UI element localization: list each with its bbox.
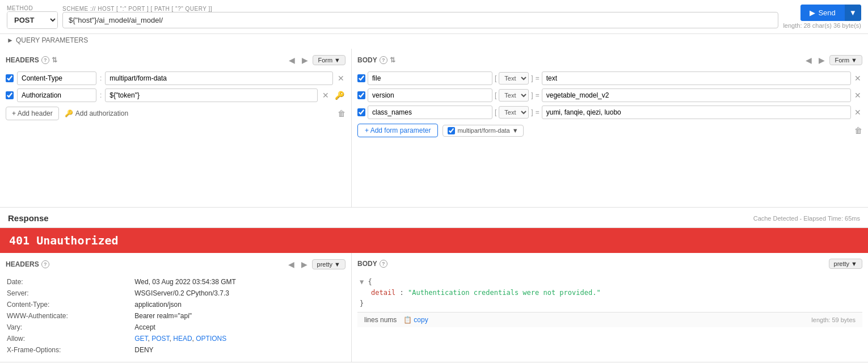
response-body-info-icon[interactable]: ? xyxy=(380,260,387,268)
copy-link-button[interactable]: 📋 copy xyxy=(403,316,428,324)
resp-headers-format-badge[interactable]: pretty ▼ xyxy=(312,259,345,269)
query-params-section: ► QUERY PARAMETERS xyxy=(0,34,868,49)
resp-header-row-allow: Allow: GET, POST, HEAD, OPTIONS xyxy=(7,334,344,344)
resp-headers-next-arrow[interactable]: ▶ xyxy=(299,259,310,270)
query-params-label: QUERY PARAMETERS xyxy=(16,36,88,44)
header-1-checkbox[interactable] xyxy=(6,91,14,99)
header-1-key[interactable] xyxy=(17,88,96,102)
header-1-key-button[interactable]: 🔑 xyxy=(334,90,345,101)
body-format-badge[interactable]: Form ▼ xyxy=(829,55,862,65)
method-select-group[interactable]: POST GET PUT PATCH DELETE xyxy=(7,11,58,29)
body-2-delete-button[interactable]: ✕ xyxy=(853,107,862,118)
body-1-delete-button[interactable]: ✕ xyxy=(853,90,862,101)
header-0-checkbox[interactable] xyxy=(6,74,14,82)
body-2-type-select[interactable]: TextFile xyxy=(499,106,529,119)
body-clear-button[interactable]: 🗑 xyxy=(854,126,862,135)
response-body-title: BODY ? xyxy=(357,260,387,268)
headers-prev-arrow[interactable]: ◀ xyxy=(286,54,297,66)
send-label: Send xyxy=(818,9,835,17)
allow-head[interactable]: HEAD xyxy=(173,335,192,343)
json-colon: : xyxy=(400,289,408,297)
headers-sort-icon[interactable]: ⇅ xyxy=(52,56,57,64)
url-wrapper: SCHEME :// HOST [ ":" PORT ] [ PATH [ "?… xyxy=(62,6,778,28)
lines-nums-button[interactable]: lines nums xyxy=(364,316,397,324)
body-0-delete-button[interactable]: ✕ xyxy=(853,73,862,84)
headers-title: HEADERS ? ⇅ xyxy=(6,56,57,64)
body-prev-arrow[interactable]: ◀ xyxy=(803,54,814,66)
header-1-value[interactable] xyxy=(105,88,318,102)
allow-options[interactable]: OPTIONS xyxy=(196,335,226,343)
body-label: BODY xyxy=(357,56,377,64)
body-0-equals: = xyxy=(536,74,540,82)
method-select[interactable]: POST GET PUT PATCH DELETE xyxy=(7,12,57,28)
resp-header-key-x-frame: X-Frame-Options: xyxy=(7,345,133,355)
header-0-key[interactable] xyxy=(17,71,96,85)
body-0-key[interactable] xyxy=(368,71,492,85)
allow-get[interactable]: GET xyxy=(134,335,148,343)
headers-info-icon[interactable]: ? xyxy=(41,56,49,64)
body-0-type-select[interactable]: TextFile xyxy=(499,72,529,85)
body-2-key[interactable] xyxy=(368,105,492,119)
allow-post[interactable]: POST xyxy=(151,335,169,343)
json-viewer: ▼ { detail : "Authentication credentials… xyxy=(357,275,862,312)
headers-clear-button[interactable]: 🗑 xyxy=(338,109,345,118)
add-auth-label: Add authorization xyxy=(75,109,128,117)
response-section: Response Cache Detected - Elapsed Time: … xyxy=(0,208,868,363)
json-close-brace: } xyxy=(360,299,364,307)
send-button[interactable]: ▶ Send xyxy=(800,5,844,21)
multipart-chevron: ▼ xyxy=(512,127,519,134)
body-sort-icon[interactable]: ⇅ xyxy=(390,56,395,64)
add-auth-button[interactable]: 🔑 Add authorization xyxy=(65,109,128,117)
send-area: ▶ Send ▼ length: 28 char(s) 36 byte(s) xyxy=(783,5,861,29)
body-2-value[interactable] xyxy=(542,105,851,119)
headers-format-label: Form xyxy=(318,57,332,64)
body-1-bracket-open: [ xyxy=(495,91,496,99)
multipart-checkbox[interactable] xyxy=(448,127,455,134)
response-headers-info-icon[interactable]: ? xyxy=(41,260,49,268)
header-row-0: : ✕ xyxy=(6,71,345,85)
send-button-group[interactable]: ▶ Send ▼ xyxy=(800,5,861,21)
top-bar: METHOD POST GET PUT PATCH DELETE SCHEME … xyxy=(0,0,868,34)
resp-headers-prev-arrow[interactable]: ◀ xyxy=(286,259,297,270)
body-next-arrow[interactable]: ▶ xyxy=(816,54,827,66)
multipart-label[interactable]: multipart/form-data ▼ xyxy=(443,125,523,137)
add-form-param-button[interactable]: + Add form parameter xyxy=(357,124,438,137)
body-1-value[interactable] xyxy=(542,88,851,102)
url-input[interactable] xyxy=(62,12,778,28)
resp-header-key-content-type: Content-Type: xyxy=(7,299,133,310)
body-1-checkbox[interactable] xyxy=(357,91,365,99)
body-2-checkbox[interactable] xyxy=(357,108,365,116)
body-1-equals: = xyxy=(536,91,540,99)
body-1-type-select[interactable]: TextFile xyxy=(499,89,529,102)
resp-headers-format-label: pretty xyxy=(317,261,333,268)
resp-header-val-content-type: application/json xyxy=(134,299,344,310)
resp-header-row-server: Server: WSGIServer/0.2 CPython/3.7.3 xyxy=(7,288,344,298)
headers-next-arrow[interactable]: ▶ xyxy=(300,54,310,66)
response-body-footer: lines nums 📋 copy length: 59 bytes xyxy=(357,312,862,327)
header-0-value[interactable] xyxy=(105,71,333,85)
body-nav: ◀ ▶ Form ▼ xyxy=(803,54,862,66)
add-header-button[interactable]: + Add header xyxy=(6,107,59,120)
headers-format-badge[interactable]: Form ▼ xyxy=(313,55,345,65)
headers-panel: HEADERS ? ⇅ ◀ ▶ Form ▼ : ✕ xyxy=(0,49,352,207)
body-0-checkbox[interactable] xyxy=(357,74,365,82)
resp-header-row-x-frame: X-Frame-Options: DENY xyxy=(7,345,344,355)
headers-panel-header: HEADERS ? ⇅ ◀ ▶ Form ▼ xyxy=(6,54,345,66)
header-1-delete-button[interactable]: ✕ xyxy=(321,90,330,101)
json-collapse-arrow[interactable]: ▼ xyxy=(360,278,364,286)
body-2-equals: = xyxy=(536,108,540,116)
resp-header-val-server: WSGIServer/0.2 CPython/3.7.3 xyxy=(134,288,344,298)
body-0-value[interactable] xyxy=(542,71,851,85)
json-val-detail: "Authentication credentials were not pro… xyxy=(408,289,601,297)
header-0-delete-button[interactable]: ✕ xyxy=(336,73,345,84)
resp-header-row-date: Date: Wed, 03 Aug 2022 03:54:38 GMT xyxy=(7,277,344,287)
query-params-toggle[interactable]: ► QUERY PARAMETERS xyxy=(7,36,861,44)
body-format-label: Form xyxy=(835,57,849,64)
headers-label: HEADERS xyxy=(6,56,39,64)
body-1-key[interactable] xyxy=(368,88,492,102)
send-dropdown-button[interactable]: ▼ xyxy=(845,5,861,21)
body-length-info: length: 59 bytes xyxy=(811,316,856,323)
body-info-icon[interactable]: ? xyxy=(380,56,387,64)
resp-body-format-badge[interactable]: pretty ▼ xyxy=(829,259,862,269)
body-panel-header: BODY ? ⇅ ◀ ▶ Form ▼ xyxy=(357,54,862,66)
